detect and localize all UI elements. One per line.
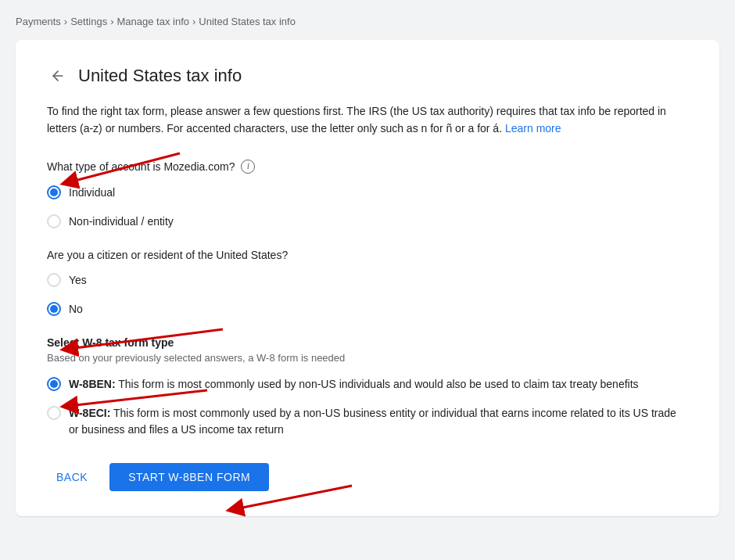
w8eci-radio[interactable] (47, 406, 61, 420)
intro-text: To find the right tax form, please answe… (47, 102, 688, 138)
no-option[interactable]: No (47, 301, 688, 318)
w8eci-label: W-8ECI: This form is most commonly used … (69, 405, 688, 438)
page-title: United States tax info (78, 66, 242, 86)
individual-radio[interactable] (47, 185, 61, 199)
page-header: United States tax info (47, 65, 688, 87)
w8ben-radio[interactable] (47, 377, 61, 391)
learn-more-link[interactable]: Learn more (505, 122, 561, 135)
info-icon-q1[interactable]: i (241, 160, 255, 174)
nonindividual-option[interactable]: Non-individual / entity (47, 214, 688, 230)
back-button[interactable]: BACK (47, 465, 97, 490)
question-1-label: What type of account is Mozedia.com? i (47, 160, 688, 174)
breadcrumb-settings[interactable]: Settings (70, 16, 107, 27)
actions-bar: BACK START W-8BEN FORM (47, 463, 688, 491)
breadcrumb-manage-tax[interactable]: Manage tax info (117, 16, 189, 27)
w8-section-subtitle: Based on your previously selected answer… (47, 352, 688, 364)
question-1-section: What type of account is Mozedia.com? i I… (47, 160, 688, 230)
question-2-section: Are you a citizen or resident of the Uni… (47, 249, 688, 318)
no-label: No (69, 301, 83, 318)
start-form-button[interactable]: START W-8BEN FORM (109, 463, 269, 491)
question-3-section: Select W-8 tax form type Based on your p… (47, 336, 688, 438)
w8ben-label: W-8BEN: This form is most commonly used … (69, 376, 639, 393)
individual-option[interactable]: Individual (47, 185, 688, 201)
w8-section-title: Select W-8 tax form type (47, 336, 688, 349)
main-card: United States tax info To find the right… (16, 40, 719, 516)
question-2-label: Are you a citizen or resident of the Uni… (47, 249, 688, 261)
w8ben-option[interactable]: W-8BEN: This form is most commonly used … (47, 376, 688, 393)
yes-label: Yes (69, 272, 87, 289)
yes-radio[interactable] (47, 273, 61, 287)
w8eci-option[interactable]: W-8ECI: This form is most commonly used … (47, 405, 688, 438)
nonindividual-label: Non-individual / entity (69, 214, 174, 230)
breadcrumb-current: United States tax info (199, 16, 296, 27)
breadcrumb: Payments › Settings › Manage tax info › … (16, 16, 719, 27)
breadcrumb-payments[interactable]: Payments (16, 16, 61, 27)
nonindividual-radio[interactable] (47, 214, 61, 228)
individual-label: Individual (69, 185, 115, 201)
no-radio[interactable] (47, 302, 61, 316)
yes-option[interactable]: Yes (47, 272, 688, 289)
back-arrow-button[interactable] (47, 65, 69, 87)
